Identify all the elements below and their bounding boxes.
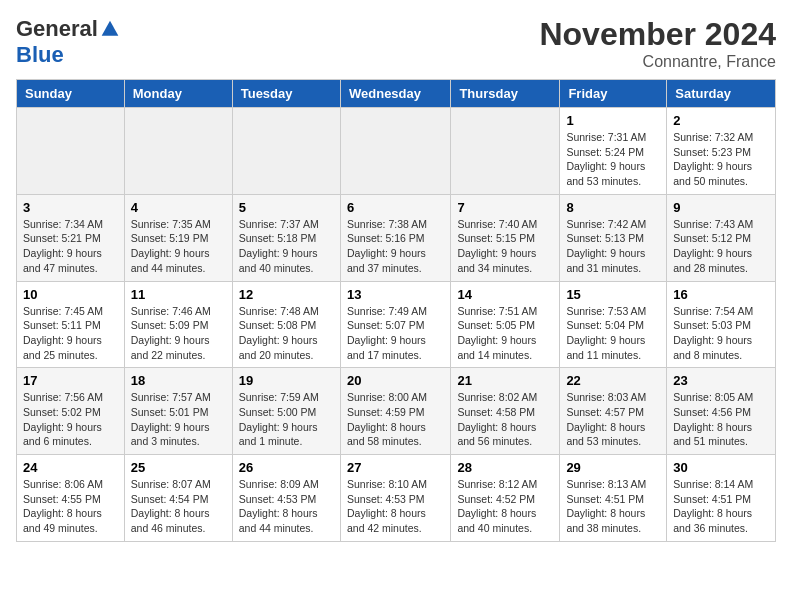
day-info: Sunrise: 7:40 AM Sunset: 5:15 PM Dayligh…	[457, 217, 553, 276]
day-info: Sunrise: 8:13 AM Sunset: 4:51 PM Dayligh…	[566, 477, 660, 536]
day-info: Sunrise: 7:48 AM Sunset: 5:08 PM Dayligh…	[239, 304, 334, 363]
day-info: Sunrise: 7:57 AM Sunset: 5:01 PM Dayligh…	[131, 390, 226, 449]
day-number: 20	[347, 373, 444, 388]
calendar-cell: 14Sunrise: 7:51 AM Sunset: 5:05 PM Dayli…	[451, 281, 560, 368]
day-number: 30	[673, 460, 769, 475]
day-header-wednesday: Wednesday	[340, 80, 450, 108]
day-info: Sunrise: 7:37 AM Sunset: 5:18 PM Dayligh…	[239, 217, 334, 276]
day-info: Sunrise: 7:32 AM Sunset: 5:23 PM Dayligh…	[673, 130, 769, 189]
calendar-cell: 8Sunrise: 7:42 AM Sunset: 5:13 PM Daylig…	[560, 194, 667, 281]
header: General Blue November 2024 Connantre, Fr…	[16, 16, 776, 71]
location-title: Connantre, France	[539, 53, 776, 71]
calendar-cell: 28Sunrise: 8:12 AM Sunset: 4:52 PM Dayli…	[451, 455, 560, 542]
day-info: Sunrise: 7:53 AM Sunset: 5:04 PM Dayligh…	[566, 304, 660, 363]
day-number: 28	[457, 460, 553, 475]
day-number: 2	[673, 113, 769, 128]
calendar-cell: 27Sunrise: 8:10 AM Sunset: 4:53 PM Dayli…	[340, 455, 450, 542]
day-info: Sunrise: 7:54 AM Sunset: 5:03 PM Dayligh…	[673, 304, 769, 363]
day-number: 21	[457, 373, 553, 388]
logo-blue-text: Blue	[16, 42, 64, 67]
day-number: 18	[131, 373, 226, 388]
day-number: 14	[457, 287, 553, 302]
calendar-header-row: SundayMondayTuesdayWednesdayThursdayFrid…	[17, 80, 776, 108]
day-number: 4	[131, 200, 226, 215]
day-number: 26	[239, 460, 334, 475]
logo-icon	[100, 19, 120, 39]
day-number: 8	[566, 200, 660, 215]
calendar-cell: 20Sunrise: 8:00 AM Sunset: 4:59 PM Dayli…	[340, 368, 450, 455]
day-number: 17	[23, 373, 118, 388]
calendar-week-row: 24Sunrise: 8:06 AM Sunset: 4:55 PM Dayli…	[17, 455, 776, 542]
calendar-cell: 17Sunrise: 7:56 AM Sunset: 5:02 PM Dayli…	[17, 368, 125, 455]
day-number: 23	[673, 373, 769, 388]
calendar-cell: 12Sunrise: 7:48 AM Sunset: 5:08 PM Dayli…	[232, 281, 340, 368]
day-info: Sunrise: 8:14 AM Sunset: 4:51 PM Dayligh…	[673, 477, 769, 536]
calendar-cell: 6Sunrise: 7:38 AM Sunset: 5:16 PM Daylig…	[340, 194, 450, 281]
calendar-cell: 23Sunrise: 8:05 AM Sunset: 4:56 PM Dayli…	[667, 368, 776, 455]
calendar-cell: 19Sunrise: 7:59 AM Sunset: 5:00 PM Dayli…	[232, 368, 340, 455]
day-info: Sunrise: 8:10 AM Sunset: 4:53 PM Dayligh…	[347, 477, 444, 536]
calendar-cell: 24Sunrise: 8:06 AM Sunset: 4:55 PM Dayli…	[17, 455, 125, 542]
day-info: Sunrise: 8:06 AM Sunset: 4:55 PM Dayligh…	[23, 477, 118, 536]
calendar-cell: 7Sunrise: 7:40 AM Sunset: 5:15 PM Daylig…	[451, 194, 560, 281]
calendar-week-row: 10Sunrise: 7:45 AM Sunset: 5:11 PM Dayli…	[17, 281, 776, 368]
logo-general-text: General	[16, 16, 98, 42]
calendar-cell: 25Sunrise: 8:07 AM Sunset: 4:54 PM Dayli…	[124, 455, 232, 542]
month-title: November 2024	[539, 16, 776, 53]
day-number: 22	[566, 373, 660, 388]
calendar-week-row: 17Sunrise: 7:56 AM Sunset: 5:02 PM Dayli…	[17, 368, 776, 455]
day-info: Sunrise: 8:03 AM Sunset: 4:57 PM Dayligh…	[566, 390, 660, 449]
day-info: Sunrise: 7:49 AM Sunset: 5:07 PM Dayligh…	[347, 304, 444, 363]
day-info: Sunrise: 7:46 AM Sunset: 5:09 PM Dayligh…	[131, 304, 226, 363]
calendar-cell: 16Sunrise: 7:54 AM Sunset: 5:03 PM Dayli…	[667, 281, 776, 368]
calendar-cell: 11Sunrise: 7:46 AM Sunset: 5:09 PM Dayli…	[124, 281, 232, 368]
day-number: 27	[347, 460, 444, 475]
day-number: 29	[566, 460, 660, 475]
day-number: 15	[566, 287, 660, 302]
day-info: Sunrise: 7:45 AM Sunset: 5:11 PM Dayligh…	[23, 304, 118, 363]
title-area: November 2024 Connantre, France	[539, 16, 776, 71]
calendar-cell: 10Sunrise: 7:45 AM Sunset: 5:11 PM Dayli…	[17, 281, 125, 368]
day-number: 16	[673, 287, 769, 302]
day-number: 12	[239, 287, 334, 302]
calendar-cell: 18Sunrise: 7:57 AM Sunset: 5:01 PM Dayli…	[124, 368, 232, 455]
day-info: Sunrise: 8:09 AM Sunset: 4:53 PM Dayligh…	[239, 477, 334, 536]
calendar-cell	[124, 108, 232, 195]
day-info: Sunrise: 8:00 AM Sunset: 4:59 PM Dayligh…	[347, 390, 444, 449]
day-number: 7	[457, 200, 553, 215]
day-number: 19	[239, 373, 334, 388]
calendar-cell: 21Sunrise: 8:02 AM Sunset: 4:58 PM Dayli…	[451, 368, 560, 455]
day-info: Sunrise: 7:59 AM Sunset: 5:00 PM Dayligh…	[239, 390, 334, 449]
calendar-cell: 26Sunrise: 8:09 AM Sunset: 4:53 PM Dayli…	[232, 455, 340, 542]
day-number: 13	[347, 287, 444, 302]
calendar-cell: 22Sunrise: 8:03 AM Sunset: 4:57 PM Dayli…	[560, 368, 667, 455]
day-header-saturday: Saturday	[667, 80, 776, 108]
calendar-week-row: 1Sunrise: 7:31 AM Sunset: 5:24 PM Daylig…	[17, 108, 776, 195]
calendar-cell	[232, 108, 340, 195]
day-info: Sunrise: 8:05 AM Sunset: 4:56 PM Dayligh…	[673, 390, 769, 449]
day-info: Sunrise: 7:42 AM Sunset: 5:13 PM Dayligh…	[566, 217, 660, 276]
day-number: 25	[131, 460, 226, 475]
day-info: Sunrise: 7:34 AM Sunset: 5:21 PM Dayligh…	[23, 217, 118, 276]
day-info: Sunrise: 8:07 AM Sunset: 4:54 PM Dayligh…	[131, 477, 226, 536]
day-info: Sunrise: 7:38 AM Sunset: 5:16 PM Dayligh…	[347, 217, 444, 276]
calendar-week-row: 3Sunrise: 7:34 AM Sunset: 5:21 PM Daylig…	[17, 194, 776, 281]
calendar-cell: 9Sunrise: 7:43 AM Sunset: 5:12 PM Daylig…	[667, 194, 776, 281]
day-info: Sunrise: 7:51 AM Sunset: 5:05 PM Dayligh…	[457, 304, 553, 363]
day-info: Sunrise: 7:35 AM Sunset: 5:19 PM Dayligh…	[131, 217, 226, 276]
day-header-monday: Monday	[124, 80, 232, 108]
day-number: 11	[131, 287, 226, 302]
day-header-friday: Friday	[560, 80, 667, 108]
day-number: 6	[347, 200, 444, 215]
calendar-cell	[340, 108, 450, 195]
calendar-cell: 3Sunrise: 7:34 AM Sunset: 5:21 PM Daylig…	[17, 194, 125, 281]
day-number: 3	[23, 200, 118, 215]
day-header-tuesday: Tuesday	[232, 80, 340, 108]
calendar-cell: 30Sunrise: 8:14 AM Sunset: 4:51 PM Dayli…	[667, 455, 776, 542]
calendar-cell: 2Sunrise: 7:32 AM Sunset: 5:23 PM Daylig…	[667, 108, 776, 195]
calendar-cell: 13Sunrise: 7:49 AM Sunset: 5:07 PM Dayli…	[340, 281, 450, 368]
calendar-cell: 4Sunrise: 7:35 AM Sunset: 5:19 PM Daylig…	[124, 194, 232, 281]
svg-marker-0	[102, 21, 119, 36]
day-info: Sunrise: 7:43 AM Sunset: 5:12 PM Dayligh…	[673, 217, 769, 276]
calendar-cell: 15Sunrise: 7:53 AM Sunset: 5:04 PM Dayli…	[560, 281, 667, 368]
